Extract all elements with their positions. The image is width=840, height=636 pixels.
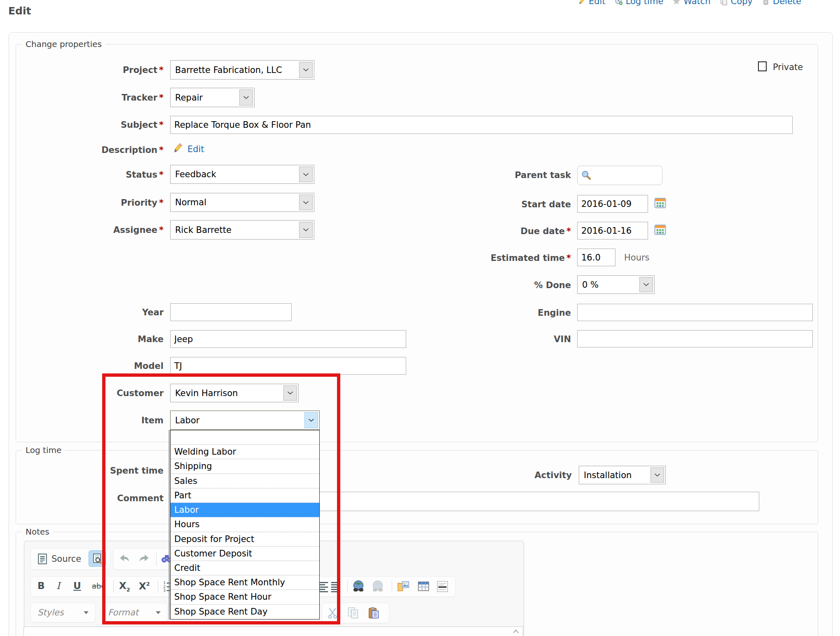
status-select[interactable]: Feedback	[170, 165, 314, 184]
annotation-highlight-box	[102, 373, 340, 624]
context-toolbar: Edit Log time Watch Copy Delete	[578, 0, 801, 6]
vin-input[interactable]	[577, 330, 813, 347]
priority-select[interactable]: Normal	[170, 193, 314, 212]
model-label: Model	[15, 361, 164, 371]
insert-image-icon[interactable]	[397, 580, 410, 593]
engine-label: Engine	[423, 308, 571, 318]
source-button-label[interactable]: Source	[51, 554, 81, 564]
pencil-icon	[172, 143, 183, 154]
year-input[interactable]	[170, 303, 292, 321]
copy-action-link[interactable]: Copy	[720, 0, 753, 6]
watch-action-link[interactable]: Watch	[672, 0, 710, 6]
activity-select-value: Installation	[584, 466, 632, 484]
change-properties-legend: Change properties	[22, 39, 105, 49]
log-time-action-link[interactable]: Log time	[615, 0, 664, 6]
assignee-label: Assignee*	[15, 225, 164, 235]
tracker-select[interactable]: Repair	[170, 88, 255, 107]
estimated-time-suffix: Hours	[624, 253, 650, 263]
parent-task-label: Parent task	[423, 170, 571, 180]
assignee-select-value: Rick Barrette	[175, 221, 232, 239]
percent-done-select[interactable]: 0 %	[577, 275, 655, 294]
toolbar-divider	[347, 580, 348, 593]
chevron-down-icon[interactable]	[299, 195, 313, 210]
trash-icon	[762, 0, 770, 5]
horizontal-rule-icon[interactable]	[436, 580, 449, 593]
link-icon[interactable]	[352, 580, 365, 593]
bold-button[interactable]: B	[37, 581, 45, 591]
edit-action-label: Edit	[589, 0, 606, 6]
due-date-input[interactable]	[577, 222, 648, 239]
copy-action-label: Copy	[731, 0, 753, 6]
copy-doc-icon[interactable]	[347, 607, 359, 619]
private-checkbox[interactable]	[758, 61, 767, 71]
activity-label: Activity	[424, 470, 572, 480]
project-select[interactable]: Barrette Fabrication, LLC	[170, 60, 314, 80]
subject-input[interactable]	[170, 116, 793, 134]
chevron-down-icon[interactable]	[299, 167, 313, 182]
tracker-select-value: Repair	[175, 88, 203, 107]
page-title: Edit	[8, 5, 31, 17]
caret-down-icon	[84, 611, 89, 614]
project-label: Project*	[15, 65, 164, 75]
issue-edit-page: Edit Log time Watch Copy Delete Edit Cha…	[0, 0, 840, 636]
notes-legend: Notes	[22, 527, 53, 537]
chevron-down-icon[interactable]	[650, 467, 664, 483]
log-time-legend: Log time	[22, 445, 65, 455]
chevron-down-icon[interactable]	[239, 89, 253, 106]
year-label: Year	[15, 307, 164, 317]
scrollbar-up-icon[interactable]	[512, 629, 519, 634]
private-label: Private	[773, 62, 803, 72]
styles-dropdown-label: Styles	[37, 608, 64, 617]
italic-button[interactable]: I	[56, 581, 60, 591]
log-time-action-label: Log time	[626, 0, 664, 6]
model-input[interactable]	[170, 357, 406, 375]
start-date-input[interactable]	[577, 195, 648, 213]
due-date-label: Due date*	[423, 226, 571, 236]
delete-action-label: Delete	[773, 0, 801, 6]
styles-dropdown[interactable]: Styles	[30, 603, 96, 622]
chevron-down-icon[interactable]	[639, 277, 653, 292]
percent-done-label: % Done	[423, 280, 571, 290]
percent-done-select-value: 0 %	[582, 276, 599, 293]
engine-input[interactable]	[577, 304, 813, 321]
paste-icon[interactable]	[367, 607, 380, 619]
priority-select-value: Normal	[175, 193, 206, 211]
start-date-label: Start date	[423, 199, 571, 209]
toolbar-divider	[392, 580, 392, 593]
watch-action-label: Watch	[683, 0, 710, 6]
status-label: Status*	[15, 170, 164, 180]
source-icon[interactable]	[37, 553, 48, 565]
toolbar-source-group: Source	[30, 548, 110, 570]
estimated-time-input[interactable]	[577, 249, 615, 266]
vin-label: VIN	[423, 334, 571, 344]
edit-action-link[interactable]: Edit	[578, 0, 606, 6]
project-select-value: Barrette Fabrication, LLC	[175, 61, 282, 79]
make-input[interactable]	[170, 330, 406, 348]
clock-add-icon	[615, 0, 623, 5]
make-label: Make	[15, 334, 164, 344]
description-label: Description*	[15, 145, 164, 155]
estimated-time-label: Estimated time*	[423, 253, 571, 263]
subject-label: Subject*	[15, 120, 164, 130]
description-edit-link[interactable]: Edit	[187, 144, 204, 154]
assignee-select[interactable]: Rick Barrette	[170, 220, 314, 239]
priority-label: Priority*	[15, 198, 164, 208]
unlink-icon[interactable]	[371, 580, 384, 593]
tracker-label: Tracker*	[15, 93, 164, 103]
activity-select[interactable]: Installation	[579, 466, 666, 484]
status-select-value: Feedback	[175, 165, 216, 183]
chevron-down-icon[interactable]	[299, 62, 313, 78]
insert-table-icon[interactable]	[417, 580, 430, 593]
editor-content-area[interactable]	[23, 627, 523, 636]
delete-action-link[interactable]: Delete	[762, 0, 801, 6]
pencil-icon	[578, 0, 586, 5]
copy-icon	[720, 0, 728, 5]
calendar-icon[interactable]	[654, 224, 666, 236]
star-icon	[672, 0, 681, 5]
underline-button[interactable]: U	[73, 581, 81, 591]
magnifier-icon	[581, 170, 592, 181]
chevron-down-icon[interactable]	[299, 222, 313, 238]
preview-icon	[92, 553, 103, 564]
calendar-icon[interactable]	[654, 197, 666, 209]
